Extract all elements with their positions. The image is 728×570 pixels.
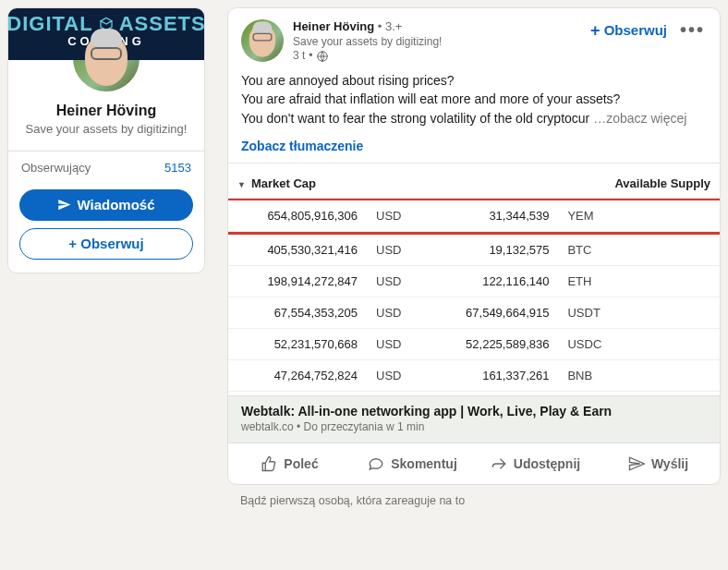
table-row: 405,530,321,416USD19,132,575BTC [228,235,720,266]
profile-sidebar: DIGITAL ASSETS CON ING Heiner Höving Sav… [7,7,205,563]
cell-symbol: USDC [558,328,720,359]
comment-button[interactable]: Skomentuj [351,447,474,480]
post-author-headline: Save your assets by digitizing! [293,35,581,50]
attachment-read-time: Do przeczytania w 1 min [304,420,425,433]
post-attachment[interactable]: ▼Market Cap Available Supply 654,805,916… [228,163,720,443]
cover-text-1b: ASSETS [119,12,205,36]
message-button[interactable]: Wiadomość [19,189,193,221]
cell-symbol: ETH [558,265,720,297]
attachment-image: ▼Market Cap Available Supply 654,805,916… [228,164,720,395]
like-button[interactable]: Poleć [228,447,351,480]
table-row: 52,231,570,668USD52,225,589,836USDC [228,328,720,359]
cell-supply: 122,116,140 [410,265,558,297]
col-available-supply: Available Supply [614,176,710,190]
comment-icon [368,455,384,472]
globe-icon [317,51,328,62]
cell-currency: USD [367,359,410,391]
cell-market-cap: 654,805,916,306 [228,200,367,232]
cell-currency: USD [367,235,410,266]
follow-button[interactable]: + Obserwuj [19,228,193,260]
cell-supply: 67,549,664,915 [410,297,558,328]
followers-count: 5153 [164,161,191,175]
follow-button-label: + Obserwuj [68,236,143,251]
translate-link[interactable]: Zobacz tłumaczenie [228,133,720,163]
col-market-cap: Market Cap [251,176,316,190]
cell-market-cap: 47,264,752,824 [228,359,367,391]
post-author-name[interactable]: Heiner Höving [293,19,374,33]
cell-market-cap: 67,554,353,205 [228,297,367,328]
send-button[interactable]: Wyślij [597,447,720,480]
post-time: 3 t [293,49,305,64]
post-author-degree: 3.+ [385,19,402,33]
cell-currency: USD [367,297,410,328]
comment-label: Skomentuj [391,456,457,471]
social-actions: Poleć Skomentuj Udostępnij Wyślij [228,443,720,484]
post-follow-label: Obserwuj [604,22,667,38]
cell-supply: 31,344,539 [410,200,558,232]
cell-currency: USD [367,328,410,359]
cell-currency: USD [367,200,410,232]
profile-name[interactable]: Heiner Höving [8,103,204,119]
cell-supply: 161,337,261 [410,359,558,391]
followers-label: Obserwujący [21,161,91,175]
cell-symbol: BNB [558,359,720,391]
post-body: You are annoyed about rising prices? You… [228,69,720,133]
post-line-3: You don't want to fear the strong volati… [241,111,589,126]
post-more-button[interactable]: ••• [678,19,707,41]
like-label: Poleć [284,456,318,471]
cell-symbol: BTC [558,235,720,266]
post-line-2: You are afraid that inflation will eat m… [241,90,707,108]
crypto-table: ▼Market Cap Available Supply 654,805,916… [228,171,720,392]
profile-card: DIGITAL ASSETS CON ING Heiner Höving Sav… [7,7,205,273]
attachment-footer: Webtalk: All-in-one networking app | Wor… [228,395,720,443]
post-follow-button[interactable]: + Obserwuj [590,22,667,38]
table-row: 654,805,916,306USD31,344,539YEM [228,200,720,232]
feed-main: Heiner Höving • 3.+ Save your assets by … [227,7,721,563]
cell-market-cap: 405,530,321,416 [228,235,367,266]
cell-symbol: USDT [558,297,720,328]
post-author-avatar[interactable] [241,19,284,62]
attachment-domain: webtalk.co [241,420,294,433]
reactions-prompt[interactable]: Bądź pierwszą osobą, która zareaguje na … [227,485,721,518]
post-line-1: You are annoyed about rising prices? [241,71,707,90]
attachment-title: Webtalk: All-in-one networking app | Wor… [241,404,707,418]
table-row: 47,264,752,824USD161,337,261BNB [228,359,720,391]
profile-tagline: Save your assets by digitizing! [8,119,204,151]
send-icon [57,198,71,212]
send-icon [628,455,645,472]
send-label: Wyślij [651,456,688,471]
post-header: Heiner Höving • 3.+ Save your assets by … [228,8,720,69]
cell-market-cap: 198,914,272,847 [228,265,367,297]
share-label: Udostępnij [514,456,580,471]
like-icon [261,455,277,472]
message-button-label: Wiadomość [77,197,154,212]
share-icon [491,455,507,472]
cell-symbol: YEM [558,200,720,232]
table-row: 67,554,353,205USD67,549,664,915USDT [228,297,720,328]
cover-text-1: DIGITAL [7,12,93,36]
cell-market-cap: 52,231,570,668 [228,328,367,359]
table-row: 198,914,272,847USD122,116,140ETH [228,265,720,297]
see-more-link[interactable]: …zobacz więcej [593,111,686,126]
cell-supply: 19,132,575 [410,235,558,266]
followers-row[interactable]: Obserwujący 5153 [8,152,204,184]
sort-indicator-icon: ▼ [237,180,246,189]
post-card: Heiner Höving • 3.+ Save your assets by … [227,7,721,485]
cell-supply: 52,225,589,836 [410,328,558,359]
share-button[interactable]: Udostępnij [474,447,597,480]
cell-currency: USD [367,265,410,297]
